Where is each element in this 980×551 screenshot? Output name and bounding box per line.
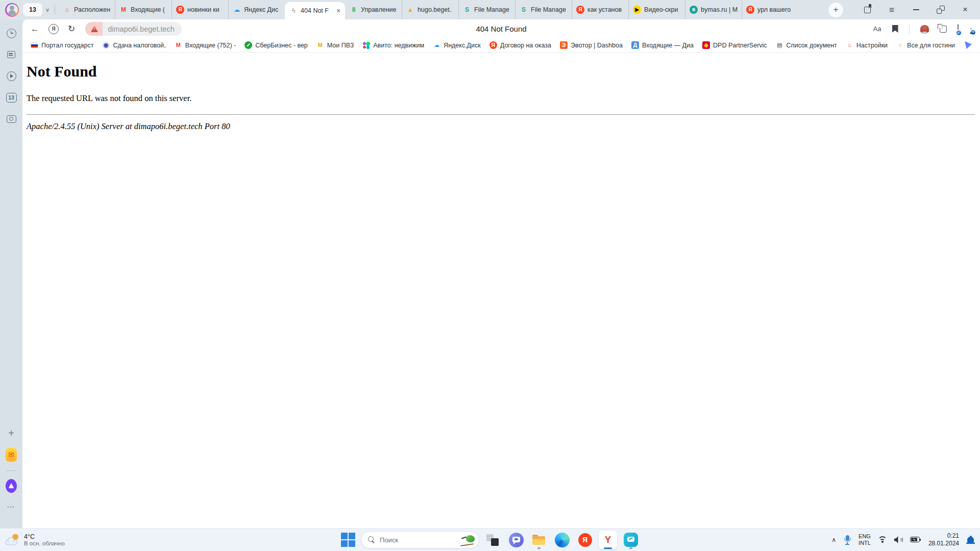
restore-button[interactable] — [936, 5, 945, 14]
search-highlight-image[interactable] — [460, 533, 476, 546]
edge-icon[interactable] — [553, 531, 571, 549]
browser-content-card: ← Я ↻ dimapo6i.beget.tech 404 Not Found … — [22, 19, 980, 528]
bookmark-label: Сдача налоговой, — [113, 42, 165, 49]
bookmark-item[interactable]: ✓ СберБизнес - вер — [244, 41, 307, 49]
bookmark-item[interactable]: Портал государст — [31, 42, 93, 49]
bookmark-item[interactable]: Э Эвотор | Dashboa — [560, 41, 623, 49]
browser-logo-icon[interactable] — [964, 41, 972, 49]
bookmarks-panel-icon[interactable] — [863, 5, 872, 14]
taskbar-search[interactable]: Поиск — [361, 531, 479, 548]
yandex-app-icon[interactable]: Я — [576, 531, 594, 549]
back-button[interactable]: ← — [31, 24, 39, 34]
browser-tab[interactable]: 8 Управление × — [345, 0, 402, 19]
yandex-mail-icon[interactable]: ✉ — [6, 449, 17, 460]
screenshot-icon[interactable] — [6, 113, 17, 124]
bookmark-label: Список документ — [787, 42, 837, 49]
start-button[interactable] — [340, 532, 356, 548]
add-panel-icon[interactable]: + — [6, 428, 17, 439]
bookmark-item[interactable]: Д Входящие — Диа — [631, 41, 694, 49]
history-icon[interactable] — [6, 28, 17, 39]
yandex-browser-icon[interactable]: Y — [599, 531, 617, 549]
tab-count-badge[interactable]: 13 — [6, 92, 17, 103]
wifi-icon[interactable] — [878, 536, 887, 543]
browser-sidebar: 13 + ✉ ••• — [0, 19, 22, 528]
bookmark-icon[interactable] — [892, 25, 898, 33]
bookmark-item[interactable]: ◉ Сдача налоговой, — [102, 41, 165, 49]
yandex-favicon: Я — [176, 6, 184, 14]
speaker-icon[interactable] — [894, 536, 903, 543]
home-red-icon: ⌂ — [846, 41, 853, 49]
divider — [6, 470, 16, 471]
browser-tab[interactable]: Я урл вашего × — [742, 0, 798, 19]
profile-avatar[interactable] — [5, 3, 19, 17]
tab-title: hugo.beget. — [418, 6, 454, 13]
chevron-down-icon[interactable]: ∨ — [45, 7, 50, 13]
bookmark-item[interactable]: ▤ Список документ — [776, 41, 837, 49]
hidden-icons-chevron[interactable]: ∧ — [831, 536, 836, 543]
browser-tab[interactable]: Я как установ × — [572, 0, 628, 19]
bookmark-item[interactable]: М Мои ПВЗ — [316, 41, 354, 49]
language-indicator[interactable]: ENGINTL — [859, 533, 871, 546]
yandex-search-button[interactable]: Я — [48, 24, 59, 34]
yandex-icon: Я — [489, 41, 497, 49]
bookmark-item[interactable]: ☁ Яндекс.Диск — [433, 41, 481, 49]
translate-icon[interactable]: Aа — [873, 25, 881, 33]
new-tab-button[interactable]: + — [828, 3, 843, 17]
notifications-bell-icon[interactable] — [966, 536, 975, 544]
tab-close-icon[interactable]: × — [336, 7, 341, 15]
evotor-icon: Э — [560, 41, 568, 49]
task-view-button[interactable] — [484, 531, 502, 549]
extension-icon[interactable] — [920, 25, 929, 33]
address-bar[interactable]: dimapo6i.beget.tech — [85, 22, 182, 36]
bookmark-label: Договор на оказа — [500, 42, 551, 49]
downloads-icon[interactable]: ↓2 — [969, 24, 973, 33]
tab-title: File Manage — [474, 6, 511, 13]
pvz-icon: М — [316, 41, 324, 49]
bookmark-label: Портал государст — [41, 42, 93, 49]
messenger-icon[interactable] — [622, 531, 640, 549]
weather-temp: 4°C — [24, 533, 65, 540]
gmail-icon: M — [175, 41, 182, 49]
collections-icon[interactable] — [940, 26, 947, 33]
menu-icon[interactable]: ≡ — [887, 5, 896, 14]
minimize-button[interactable] — [912, 5, 921, 14]
browser-tab[interactable]: ▶ Видео-скри × — [628, 0, 685, 19]
sprut-favicon: S — [463, 6, 471, 14]
danger-icon[interactable] — [85, 22, 103, 36]
video-icon[interactable] — [6, 70, 17, 82]
tabs-panel-icon[interactable] — [6, 49, 17, 60]
more-icon[interactable]: ••• — [6, 502, 17, 513]
bookmark-item[interactable]: ◆ DPD PartnerServic — [702, 41, 767, 49]
alice-icon[interactable] — [6, 480, 17, 491]
bookmark-item[interactable]: ⌂ Настройки — [846, 41, 888, 49]
weather-widget[interactable]: 4°C В осн. облачно — [5, 533, 65, 547]
browser-tab[interactable]: ☁ Яндекс Дис × — [228, 0, 285, 19]
bookmark-item[interactable]: ○ Все для гостини — [896, 41, 955, 49]
browser-tab[interactable]: S File Manage × — [458, 0, 515, 19]
chat-app-icon[interactable] — [507, 531, 525, 549]
bookmark-label: Авито: недвижим — [373, 42, 424, 49]
microphone-icon[interactable] — [843, 535, 851, 545]
browser-tab[interactable]: в bymas.ru | M × — [685, 0, 742, 19]
tab-counter[interactable]: 13 — [23, 3, 42, 16]
server-error-favicon: ϟ — [289, 7, 298, 15]
bookmark-item[interactable]: Я Договор на оказа — [489, 41, 551, 49]
clock[interactable]: 0:2128.01.2024 — [928, 532, 959, 547]
tab-strip: ⌂ Расположен × M Входящие ( × Я новинки … — [58, 0, 824, 19]
protect-status-icon[interactable]: ✓ — [958, 24, 959, 34]
browser-tab[interactable]: Я новинки ки × — [172, 0, 228, 19]
file-explorer-icon[interactable] — [530, 531, 548, 549]
close-button[interactable]: × — [961, 5, 970, 14]
bookmark-label: DPD PartnerServic — [713, 42, 767, 49]
battery-icon[interactable]: ϟ — [910, 537, 921, 543]
reload-button[interactable]: ↻ — [68, 23, 75, 34]
bookmark-item[interactable]: M Входящие (752) - — [175, 41, 236, 49]
browser-tab[interactable]: ▲ hugo.beget. × — [402, 0, 458, 19]
browser-tab[interactable]: M Входящие ( × — [115, 0, 172, 19]
url-text[interactable]: dimapo6i.beget.tech — [103, 22, 182, 36]
browser-tab[interactable]: S File Manage × — [515, 0, 572, 19]
tab-title: Видео-скри — [644, 6, 681, 13]
bookmark-item[interactable]: Авито: недвижим — [362, 41, 424, 49]
browser-tab[interactable]: ⌂ Расположен × — [58, 0, 115, 19]
browser-tab[interactable]: ϟ 404 Not F × — [285, 2, 345, 19]
